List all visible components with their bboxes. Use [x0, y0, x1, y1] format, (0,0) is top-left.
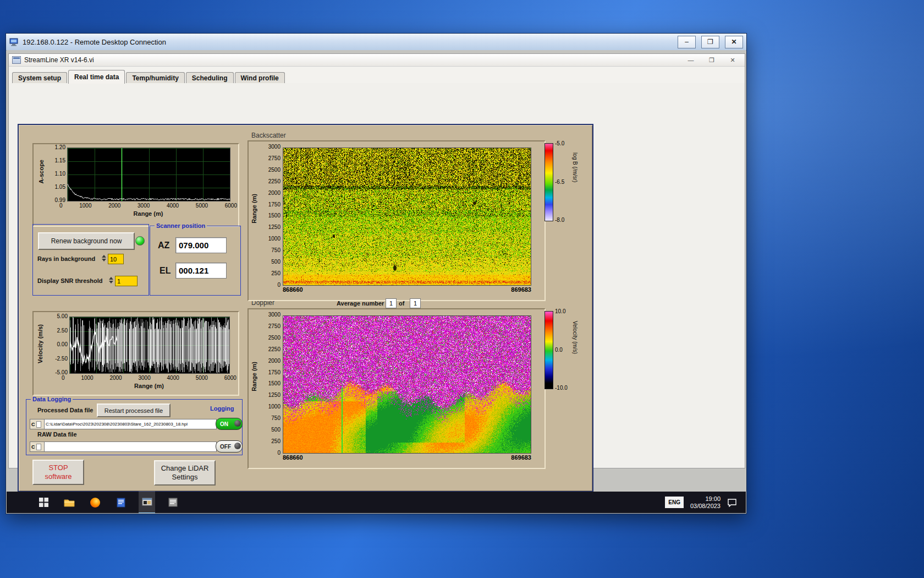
tick-label: 500 — [271, 427, 280, 433]
tick-label: 500 — [271, 259, 280, 265]
rdp-minimize-button[interactable]: – — [678, 36, 696, 48]
drive-letter: C — [31, 422, 35, 427]
stop-button-line1: STOP — [48, 464, 68, 472]
tick-label: 1.05 — [55, 184, 65, 190]
tick-label: 3000 — [268, 312, 280, 318]
stop-button-line2: software — [45, 472, 72, 481]
tick-label: 0.00 — [57, 342, 68, 347]
tick-label: 4000 — [167, 203, 179, 209]
tick-label: 0 — [277, 282, 280, 288]
tick-label: 0.0 — [555, 347, 568, 353]
remote-desktop-icon — [9, 38, 19, 46]
average-number-field[interactable]: 1 — [386, 298, 397, 308]
tick-label: 5000 — [196, 203, 208, 209]
snr-value-field[interactable]: 1 — [115, 276, 138, 286]
background-status-led — [135, 236, 145, 246]
tab-system-setup[interactable]: System setup — [12, 72, 67, 84]
tick-label: 1250 — [268, 392, 280, 398]
rays-value-field[interactable]: 10 — [108, 254, 124, 264]
raw-file-path-field[interactable] — [44, 441, 217, 452]
tick-label: 2000 — [268, 358, 280, 364]
rays-spinner[interactable] — [101, 253, 107, 263]
vi-front-panel: Backscatter Doppler A-scope 1.201.151.10… — [9, 83, 745, 468]
tick-label: 5000 — [196, 375, 208, 381]
tick-label: -5.0 — [555, 140, 564, 146]
app-window-icon — [142, 498, 152, 506]
toggle-knob — [234, 420, 241, 427]
processed-logging-toggle[interactable]: ON — [216, 418, 243, 430]
firefox-icon — [90, 498, 100, 508]
tab-wind-profile[interactable]: Wind profile — [235, 72, 285, 84]
tick-label: 0 — [62, 375, 65, 381]
start-button[interactable] — [35, 492, 52, 513]
language-indicator[interactable]: ENG — [665, 497, 684, 508]
tick-label: 250 — [271, 271, 280, 276]
scanner-position-title: Scanner position — [155, 222, 207, 229]
streamline-app-button[interactable] — [139, 491, 155, 513]
vi-maximize-button[interactable]: ❐ — [703, 55, 721, 65]
tick-label: 3000 — [138, 203, 150, 209]
document-icon — [117, 498, 125, 508]
tick-label: 2500 — [268, 167, 280, 173]
restart-processed-file-button[interactable]: Restart processed file — [97, 403, 170, 417]
tick-label: 1250 — [268, 225, 280, 230]
doppler-colorbar-label: Velocity (m/s) — [572, 321, 578, 354]
vi-close-button[interactable]: ✕ — [724, 55, 741, 65]
backscatter-graph-frame: Range (m) 300027502500225020001750150012… — [248, 140, 546, 301]
raw-logging-toggle[interactable]: OFF — [216, 440, 243, 452]
velocity-y-axis-label: Velocity (m/s) — [37, 324, 43, 363]
action-center-icon[interactable] — [727, 498, 737, 507]
tick-label: 2.50 — [57, 328, 68, 334]
vi-app-icon — [12, 56, 21, 64]
clock-date: 03/08/2023 — [690, 503, 721, 510]
tick-label: 5.00 — [57, 314, 68, 319]
tick-label: 2750 — [268, 324, 280, 329]
scan-scheduler-button[interactable] — [164, 492, 181, 513]
rdp-close-button[interactable]: ✕ — [725, 36, 743, 48]
tick-label: 0 — [277, 450, 280, 456]
el-value-field[interactable]: 000.121 — [175, 263, 227, 279]
tick-label: 6000 — [225, 203, 237, 209]
processed-file-path-field[interactable]: C:\Lidar\Data\Proc\2023\202308\20230803\… — [44, 419, 217, 429]
firefox-button[interactable] — [87, 492, 103, 513]
backscatter-colorbar-ticks: -5.0-6.5-8.0 — [555, 140, 564, 223]
doppler-y-ticks: 3000275025002250200017501500125010007505… — [260, 312, 280, 456]
tick-label: 868660 — [283, 454, 303, 461]
tick-label: 250 — [271, 439, 280, 444]
browse-icon — [36, 444, 41, 450]
desktop: 192.168.0.122 - Remote Desktop Connectio… — [0, 0, 924, 578]
az-value-field[interactable]: 079.000 — [175, 237, 227, 253]
vi-titlebar[interactable]: StreamLine XR v14-6.vi — ❐ ✕ — [9, 54, 745, 67]
snr-spinner[interactable] — [108, 275, 114, 285]
tick-label: -10.0 — [555, 385, 568, 391]
renew-background-button[interactable]: Renew background now — [38, 232, 135, 250]
ascope-x-ticks: 0100020003000400050006000 — [59, 203, 237, 209]
tick-label: 750 — [271, 248, 280, 253]
tick-label: -2.50 — [55, 356, 68, 362]
average-of-field[interactable]: 1 — [410, 298, 421, 308]
velocity-graph-frame: Velocity (m/s) 5.002.500.00-2.50-5.00 01… — [32, 311, 239, 396]
tick-label: 1000 — [268, 236, 280, 242]
vi-minimize-button[interactable]: — — [682, 55, 700, 65]
raw-data-file-label: RAW Data file — [37, 431, 77, 438]
rdp-window: 192.168.0.122 - Remote Desktop Connectio… — [6, 33, 747, 514]
tab-real-time-data[interactable]: Real time data — [68, 70, 125, 84]
file-explorer-button[interactable] — [61, 492, 78, 513]
rdp-window-title: 192.168.0.122 - Remote Desktop Connectio… — [23, 38, 672, 46]
text-editor-button[interactable] — [113, 492, 129, 513]
change-button-line1: Change LiDAR — [161, 464, 209, 473]
rdp-titlebar[interactable]: 192.168.0.122 - Remote Desktop Connectio… — [6, 34, 746, 51]
scanner-position-group: Scanner position AZ 079.000 EL 000.121 — [150, 226, 241, 296]
taskbar: ENG 19:00 03/08/2023 — [7, 492, 746, 513]
tick-label: 1000 — [268, 404, 280, 410]
stop-software-button[interactable]: STOP software — [32, 460, 84, 485]
tab-temp-humidity[interactable]: Temp/humidity — [126, 72, 184, 84]
rdp-maximize-button[interactable]: ❐ — [701, 36, 719, 48]
taskbar-clock[interactable]: 19:00 03/08/2023 — [690, 495, 721, 510]
tab-scheduling[interactable]: Scheduling — [186, 72, 234, 84]
doppler-x-ticks: 868660869683 — [283, 454, 531, 461]
backscatter-x-ticks: 868660869683 — [283, 286, 531, 293]
change-lidar-settings-button[interactable]: Change LiDAR Settings — [154, 460, 216, 486]
velocity-x-axis-label: Range (m) — [69, 383, 229, 389]
backscatter-heatmap — [283, 148, 531, 286]
